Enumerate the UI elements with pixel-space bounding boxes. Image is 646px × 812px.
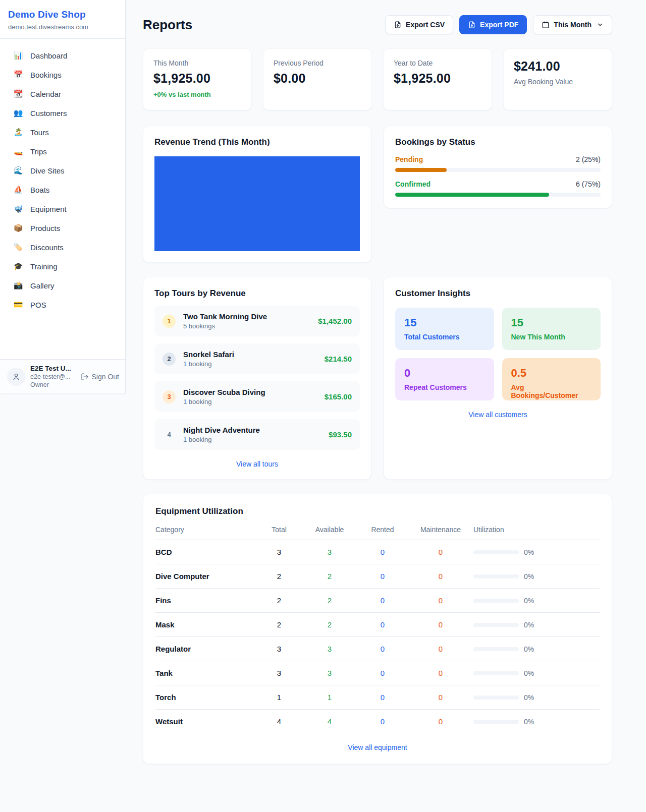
view-all-customers-link[interactable]: View all customers bbox=[395, 411, 601, 419]
stat-label: Previous Period bbox=[274, 59, 361, 67]
equipment-available: 3 bbox=[302, 669, 357, 677]
sidebar-item-discounts[interactable]: 🏷️ Discounts bbox=[0, 238, 125, 257]
stat-card-avg-booking-value: $241.00 Avg Booking Value bbox=[503, 48, 612, 110]
equipment-maintenance: 0 bbox=[408, 596, 473, 605]
period-dropdown[interactable]: This Month bbox=[533, 15, 612, 34]
shop-domain: demo.test.divestreams.com bbox=[8, 23, 117, 31]
sidebar-item-label: Tours bbox=[30, 128, 49, 137]
tile-label: Repeat Customers bbox=[404, 383, 485, 391]
export-csv-label: Export CSV bbox=[406, 21, 445, 29]
export-csv-button[interactable]: Export CSV bbox=[385, 15, 453, 34]
stat-card-this-month: This Month $1,925.00 +0% vs last month bbox=[143, 48, 252, 110]
equipment-utilization-cell: 0% bbox=[473, 572, 600, 581]
stat-card-previous-period: Previous Period $0.00 bbox=[263, 48, 372, 110]
equipment-rented: 0 bbox=[357, 572, 408, 581]
utilization-percent: 0% bbox=[524, 718, 534, 726]
tour-amount: $1,452.00 bbox=[318, 317, 352, 325]
equipment-utilization-cell: 0% bbox=[473, 597, 600, 605]
sidebar-header: Demo Dive Shop demo.test.divestreams.com bbox=[0, 0, 125, 39]
sign-out-button[interactable]: Sign Out bbox=[81, 373, 119, 381]
progress-fill bbox=[395, 193, 549, 197]
stat-card-year-to-date: Year to Date $1,925.00 bbox=[383, 48, 492, 110]
sidebar-item-calendar[interactable]: 📆 Calendar bbox=[0, 84, 125, 103]
utilization-track bbox=[473, 647, 519, 651]
equipment-total: 3 bbox=[256, 669, 302, 677]
sidebar-item-label: Training bbox=[30, 262, 58, 271]
chevron-down-icon bbox=[597, 21, 604, 28]
stat-value: $0.00 bbox=[274, 71, 361, 86]
gallery-icon: 📸 bbox=[13, 281, 23, 290]
equipment-category: Mask bbox=[155, 620, 256, 629]
sidebar-item-dashboard[interactable]: 📊 Dashboard bbox=[0, 46, 125, 65]
sidebar-item-gallery[interactable]: 📸 Gallery bbox=[0, 276, 125, 295]
column-header-available: Available bbox=[302, 526, 357, 534]
tour-bookings: 5 bookings bbox=[183, 322, 267, 330]
equipment-utilization-cell: 0% bbox=[473, 693, 600, 702]
dive-sites-icon: 🌊 bbox=[13, 166, 23, 175]
equipment-category: Tank bbox=[155, 669, 256, 677]
equipment-category: Wetsuit bbox=[155, 717, 256, 726]
sidebar-item-label: Gallery bbox=[30, 281, 55, 290]
equipment-total: 4 bbox=[256, 717, 302, 726]
utilization-percent: 0% bbox=[524, 669, 534, 677]
progress-track bbox=[395, 193, 601, 197]
tile-value: 15 bbox=[511, 316, 592, 329]
revenue-trend-title: Revenue Trend (This Month) bbox=[154, 137, 360, 147]
equipment-available: 4 bbox=[302, 717, 357, 726]
view-all-equipment-link[interactable]: View all equipment bbox=[155, 743, 600, 751]
utilization-track bbox=[473, 623, 519, 627]
top-tours-card: Top Tours by Revenue 1 Two Tank Morning … bbox=[143, 277, 371, 480]
utilization-percent: 0% bbox=[524, 693, 534, 702]
sidebar-item-trips[interactable]: 🚤 Trips bbox=[0, 142, 125, 161]
dashboard-icon: 📊 bbox=[13, 51, 23, 60]
user-role: Owner bbox=[30, 381, 71, 388]
sidebar-item-equipment[interactable]: 🤿 Equipment bbox=[0, 199, 125, 218]
sidebar-user-footer: E2E Test U... e2e-tester@... Owner Sign … bbox=[0, 359, 125, 393]
status-count: 6 (75%) bbox=[576, 180, 601, 188]
sidebar-item-label: Equipment bbox=[30, 205, 67, 213]
stat-label: Year to Date bbox=[394, 59, 481, 67]
sidebar-item-boats[interactable]: ⛵ Boats bbox=[0, 180, 125, 199]
equipment-available: 2 bbox=[302, 596, 357, 605]
sidebar-item-tours[interactable]: 🏝️ Tours bbox=[0, 123, 125, 142]
sidebar-item-label: Dashboard bbox=[30, 51, 67, 60]
sidebar-item-customers[interactable]: 👥 Customers bbox=[0, 103, 125, 123]
tour-bookings: 1 booking bbox=[183, 436, 260, 443]
tile-repeat-customers: 0 Repeat Customers bbox=[395, 358, 494, 400]
utilization-percent: 0% bbox=[524, 621, 534, 629]
status-label: Pending bbox=[395, 155, 423, 163]
bookings-by-status-title: Bookings by Status bbox=[395, 137, 601, 147]
user-name: E2E Test U... bbox=[30, 365, 71, 372]
customers-icon: 👥 bbox=[13, 108, 23, 118]
sidebar-item-label: Trips bbox=[30, 147, 47, 156]
page-header: Reports Export CSV Export PDF This Month bbox=[143, 15, 612, 34]
boats-icon: ⛵ bbox=[13, 185, 23, 194]
equipment-category: Torch bbox=[155, 693, 256, 702]
equipment-table-header: Category Total Available Rented Maintena… bbox=[155, 516, 600, 540]
sidebar-item-pos[interactable]: 💳 POS bbox=[0, 295, 125, 314]
customer-insights-title: Customer Insights bbox=[395, 288, 601, 299]
header-actions: Export CSV Export PDF This Month bbox=[385, 15, 612, 34]
sidebar-item-products[interactable]: 📦 Products bbox=[0, 218, 125, 238]
equipment-utilization-cell: 0% bbox=[473, 621, 600, 629]
tile-label: Avg Bookings/Customer bbox=[511, 383, 592, 399]
tile-label: New This Month bbox=[511, 333, 592, 341]
tile-avg-bookings-customer: 0.5 Avg Bookings/Customer bbox=[502, 358, 601, 400]
utilization-percent: 0% bbox=[524, 572, 534, 581]
view-all-tours-link[interactable]: View all tours bbox=[154, 460, 360, 468]
utilization-percent: 0% bbox=[524, 645, 534, 653]
user-meta: E2E Test U... e2e-tester@... Owner bbox=[30, 365, 71, 388]
export-pdf-button[interactable]: Export PDF bbox=[459, 15, 527, 34]
sidebar-item-bookings[interactable]: 📅 Bookings bbox=[0, 65, 125, 84]
person-icon bbox=[12, 372, 21, 381]
equipment-rented: 0 bbox=[357, 620, 408, 629]
stats-row: This Month $1,925.00 +0% vs last month P… bbox=[143, 48, 612, 110]
sidebar-item-training[interactable]: 🎓 Training bbox=[0, 257, 125, 276]
tile-value: 0.5 bbox=[511, 367, 592, 380]
utilization-percent: 0% bbox=[524, 548, 534, 556]
sidebar-item-dive-sites[interactable]: 🌊 Dive Sites bbox=[0, 161, 125, 180]
equipment-maintenance: 0 bbox=[408, 572, 473, 581]
export-pdf-label: Export PDF bbox=[480, 21, 518, 29]
table-row: Dive Computer 2 2 0 0 0% bbox=[155, 564, 600, 589]
utilization-percent: 0% bbox=[524, 597, 534, 605]
